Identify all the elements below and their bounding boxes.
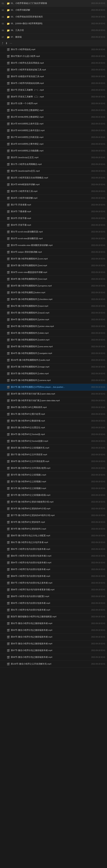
more-icon[interactable]: ··· [10,42,12,45]
list-item[interactable]: 🎬 第52节-微小程序API之数据存储.mp4 2022-09-18 02:41 [0,417,107,424]
list-item[interactable]: 🎬 第150节-微小程序轮播图组件之audio.mp4 2022-09-18 0… [0,357,107,364]
list-item[interactable]: 🎬 第51节-微小程序API之图片处理.mp4 2022-09-18 02:41 [0,411,107,417]
list-item[interactable]: 🎬 第27节-开发者册.mp4 2022-09-18 02:41 [0,202,107,208]
list-item[interactable]: 🎬 第18节-WXSS特性之事件绑定.mp4 2022-09-18 02:41 [0,141,107,148]
list-item[interactable]: 🎬 第07节-开发实工具解释（一）.mp4 2022-09-18 02:41 [0,87,107,93]
list-item[interactable]: 🎬 第28节-下载者册.mp4 2022-09-18 02:41 [0,208,107,215]
list-item[interactable]: 🎬 第01节-小程序初始化.mp4 2022-09-18 02:41 [0,46,107,53]
list-item[interactable]: 🎬 第23节-小程序页面主生命周期概念.mp4 2022-09-18 02:41 [0,175,107,181]
list-item[interactable]: 🎬 第36节-cover-view覆盖盖组件讲解.mp4 2022-09-18 … [0,269,107,276]
list-item[interactable]: 🎬 第13节-WXML特性之数据绑定.mp4 2022-09-15 02:41 [0,114,107,121]
list-item[interactable]: 🎬 第39节-微小程序轮播图组件之progress.mp4 2022-09-18… [0,282,107,289]
share-icon[interactable]: ⤴ [2,42,3,45]
list-item[interactable]: 🎬 第57节-微小程序API之文件系统管.mp4 2022-09-18 02:4… [0,451,107,458]
list-item[interactable]: 🎬 第17节-WXSS特性之列表渲染.mp4 2022-09-16 02:41 [0,134,107,141]
list-item[interactable]: 🎬 第97节-微信小程序分包之微前端发布者.mp4 2022-09-18 02:… [0,647,107,654]
list-item[interactable]: 🎬 第100节-微信小程序之云开发讲解补充.mp4 2022-09-18 02:… [0,661,107,668]
list-item[interactable]: 🎬 第72节-微小程序API之之前视频3.mp4 2022-09-18 02:4… [0,485,107,492]
list-item[interactable]: 🎬 第39节-微小程序开发行动扩展之open-data-data.mp4 202… [0,397,107,404]
list-item[interactable]: 🎬 第30节-开发手册.mp4 2022-09-18 02:41 [0,222,107,228]
list-item[interactable]: 🎬 第39节-微小程序轮播图之button.mp4 2022-09-18 02:… [0,289,107,296]
list-item[interactable]: 🎬 第46节-微小程序轮播图组件之slider.mp4 2022-09-18 0… [0,330,107,337]
list-item[interactable]: 🎬 第81节-微小程序分包之分包开发者.mp4 2022-09-18 02:41 [0,539,107,546]
list-item[interactable]: 🎬 第25节-小程序开发工具.mp4 2022-09-18 02:41 [0,188,107,195]
list-item[interactable]: 🎬 第33节-movable-view 模块翻页滚动讲解.mp4 2022-09… [0,242,107,249]
list-item[interactable]: 02. 📁 02、小程序功能讲解 2022-09-18 02:41 [0,7,107,13]
list-item[interactable]: 🎬 第56节-微小程序API之之前视频补充.mp4 2022-09-18 02:… [0,444,107,451]
list-item[interactable]: 01. 📁 01、小程序零基础入门门知识开课新春 2022-09-18 02:4… [0,0,107,7]
list-item[interactable]: 🎬 第59节-微小程序API之文件系统2使用.mp4 2022-09-18 02… [0,465,107,472]
list-item[interactable]: 🎬 第05节-全都是好开发实战工具.mp4 2022-09-18 02:41 [0,73,107,80]
list-item[interactable]: 🎬 第87节-小程序分包与全部分包之发布者.mp4 2022-09-18 02:… [0,580,107,586]
list-item[interactable]: 🎬 第35节-微小程序轮播图组件之video.mp4 2022-09-18 02… [0,370,107,377]
list-item[interactable]: 🎬 第04节-小程序开发前的必备工具.mp4 2022-09-18 02:41 [0,66,107,73]
list-item[interactable]: 🎬 第36节-微小程序轮播图组件之camera.mp4 2022-09-18 0… [0,377,107,384]
list-item[interactable]: 🎬 第76节-微小程序API之更多的API介绍.mp4 2022-09-18 0… [0,505,107,512]
list-item[interactable]: 🎬 第54节-微小程序API之Socket连.mp4 2022-09-18 02… [0,431,107,438]
list-item[interactable]: 🎬 第48节-微小程序轮播图组件之area-area.mp4 2022-09-1… [0,343,107,350]
list-item[interactable]: 🎬 第88节-小程序打包分包与发布者更多功能.mp4 2022-09-18 02… [0,586,107,593]
list-item[interactable]: 🎬 第38节-微小程序轮播图组件之text.mp4 2022-09-18 02:… [0,276,107,282]
list-item[interactable]: 🎬 第71节-微小程序API之之前视频2.mp4 2022-09-18 02:4… [0,478,107,485]
list-item[interactable]: 🎬 第98节-微信小程序分包之微前端发布者.mp4 2022-09-18 02:… [0,654,107,661]
list-item[interactable]: 🎬 第82节-小程序分包与全部分包发布者.mp4 2022-09-16 02:4… [0,546,107,553]
list-item[interactable]: 🎬 第15节-WXSS特性之条件渲染2.mp4 2022-09-15 02:41 [0,127,107,134]
list-item[interactable]: 🎬 第78节-微小程序API之更多组件.mp4 2022-09-18 02:41 [0,519,107,526]
list-item[interactable]: 🎬 第53节-微小程序API之位置定位.mp4 2022-09-18 02:41 [0,424,107,431]
list-item[interactable]: 🎬 第89节-小程序分包与全部分包配置2.mp4 2022-09-18 02:4… [0,593,107,600]
list-item[interactable]: 🎬 第86节-小程序打包与全部分包发布者.mp4 2022-09-16 02:4… [0,573,107,580]
list-item[interactable]: 🎬 第47节-微小程序轮播图组件之switch.mp4 2022-09-18 0… [0,337,107,343]
list-item[interactable]: 🎬 第35节-微小程序轮播图组件之com.mp4 2022-09-18 02:4… [0,255,107,262]
list-item[interactable]: 🎬 第58节-微小程序API之文件系统使用.mp4 2022-09-18 02:… [0,458,107,465]
list-item[interactable]: 🎬 第40节-微小程序轮播图组件之checkbox.mp4 2022-09-18… [0,296,107,303]
list-item[interactable]: 🎬 第70节-微小程序API之之前视频1.mp4 2022-09-18 02:4… [0,472,107,478]
list-item[interactable]: 05. 📁 05、[10000+微信小程序博博源码] 2022-09-18 02… [0,20,107,27]
list-item[interactable]: 🎬 第92节-微信小程序分包之微前端发布者.mp4 2022-09-18 02:… [0,620,107,627]
list-item[interactable]: 🎬 第44节-微小程序轮播图组件之picker.mp4 2022-09-18 0… [0,316,107,323]
list-item-special[interactable]: 🎬 第37节-微小程序轮播图之23节的live-player-...live-p… [0,384,107,391]
list-item[interactable]: 🎬 第94节-微信小程序分包之微前端发布者.mp4 2022-09-18 02:… [0,633,107,640]
list-item[interactable]: 🎬 第60节-微小程序Z API之网络请求.mp4 2022-09-18 02:… [0,404,107,411]
list-item[interactable]: 🎬 第34节-微小程序轮播图组件之image.mp4 2022-09-18 02… [0,364,107,370]
list-item[interactable]: 🎬 第91节-小程序分包与全部分包发布者.mp4 2022-09-18 02:4… [0,607,107,613]
list-item[interactable]: 🎬 第22节-JavaScriptZhx交互.mp4 2022-09-18 02… [0,168,107,175]
list-item[interactable]: 🎬 第43节-微小程序轮播图组件之input2.mp4 2022-09-18 0… [0,310,107,316]
list-item[interactable]: 🎬 第85节-小程序打包与全部分包发布者.mp4 2022-09-16 02:4… [0,566,107,573]
list-item[interactable]: 🎬 第38节-微小程序开发行动扩展之open-data.mp4 2022-09-… [0,391,107,397]
list-item[interactable]: 🎬 第02节第2P-什么是小程序.mp4 2022-09-18 02:41 [0,53,107,60]
list-item[interactable]: 🎬 第20节-JavaScript之交互.mp4 2022-09-18 02:4… [0,154,107,161]
list-item[interactable]: 🎬 第24节-MINI框架组件讲解.mp4 2022-09-18 02:41 [0,181,107,188]
list-item[interactable]: 07. 📁 07、微前端 2022-09-18 02:41 [0,34,107,40]
list-item[interactable]: 🎬 第34节-swiper-滑块切换讲解.mp4 2022-09-18 02:4… [0,249,107,255]
list-item[interactable]: 🎬 第90节-小程序分包与全部分包发布者.mp4 2022-09-18 02:4… [0,600,107,607]
list-item[interactable]: 🎬 第95节-微信小程序分包之微前端发布者.mp4 2022-09-18 02:… [0,640,107,647]
list-item[interactable]: 🎬 第06节-小程序代码初始化结构.mp4 2022-09-18 02:41 [0,80,107,87]
list-item[interactable]: 🎬 第21节-小程序生命周期概念.mp4 2022-09-18 02:41 [0,161,107,168]
list-item[interactable]: 🎬 第42节-微小程序轮播图组件之input.mp4 2022-09-18 02… [0,303,107,310]
list-item[interactable]: 🎬 第74节-微小程序API之更多功能使用介绍.mp4 2022-09-18 0… [0,499,107,505]
list-item[interactable]: 🎬 第12节-WXML特性之数据绑定.mp4 2022-09-15 02:41 [0,107,107,114]
list-item[interactable]: 🎬 第80节-微小程序分包之分包上传配置.mp4 2022-09-18 02:4… [0,532,107,539]
list-item[interactable]: 🎬 第36节-微小程序轮播图组件之test.mp4 2022-09-18 02:… [0,262,107,269]
download-icon[interactable]: ⬇ [5,41,8,45]
list-item[interactable]: 🎬 附加节-微前端微信小程序分包之微前端框架.mp4 2022-09-18 02… [0,613,107,620]
list-item[interactable]: 🎬 第14节-WXSS特性之条件渲染.mp4 2022-09-15 02:41 [0,121,107,127]
list-item[interactable]: 🎬 第31节-scroll-view滚动翻页器.mp4 2022-09-18 0… [0,228,107,235]
list-item[interactable]: 🎬 第29节-开发手册.mp4 2022-09-18 02:41 [0,215,107,222]
list-item[interactable]: 🎬 第55节-微小程序API之Socket连接3.mp4 2022-09-18 … [0,438,107,444]
list-item[interactable]: 03. 📁 03、小程序初始深层双讲项目相关 2022-09-18 02:41 [0,13,107,20]
list-item[interactable]: 🎬 第26节-小程序功能讲解.mp4 2022-09-18 02:41 [0,195,107,202]
list-item[interactable]: 06. 📁 06、工具介绍 2022-09-18 02:41 [0,27,107,34]
list-item[interactable]: 🎬 第79节-微小程序API之更多组件2.mp4 2022-09-18 02:4… [0,526,107,532]
list-item[interactable]: 🎬 第77节-微小程序API之更多的API组件介绍.mp4 2022-09-18… [0,512,107,519]
list-item[interactable]: 🎬 第84节-小程序分包与全部分包发布者3.mp4 2022-09-16 02:… [0,559,107,566]
list-item[interactable]: 🎬 第19节-WXSS特性之功能函数.mp4 2022-09-18 02:41 [0,148,107,154]
list-item[interactable]: 🎬 第83节-小程序分包与全部分包发布者2.mp4 2022-09-16 02:… [0,553,107,559]
list-item[interactable]: 🎬 第08节-开发实工具解释（二）.mp4 2022-09-18 02:41 [0,93,107,100]
list-item[interactable]: 🎬 第32节-scroll-view滚动翻页器.mp4 2022-09-18 0… [0,235,107,242]
list-item[interactable]: 🎬 第73节-微小程序API之之前视频4段落.mp4 2022-09-18 02… [0,492,107,499]
list-item[interactable]: 🎬 第03节-小程序生态及应用就业.mp4 2022-09-18 02:41 [0,60,107,66]
list-item[interactable]: 🎬 第45节-微小程序轮播图组件之picker-view.mp4 2022-09… [0,323,107,330]
list-item[interactable]: 🎬 第49节-微小程序轮播图组件之navigator.mp4 2022-09-1… [0,350,107,357]
list-item[interactable]: 🎬 第93节-微信小程序分包之微前端发布者.mp4 2022-09-18 02:… [0,627,107,633]
